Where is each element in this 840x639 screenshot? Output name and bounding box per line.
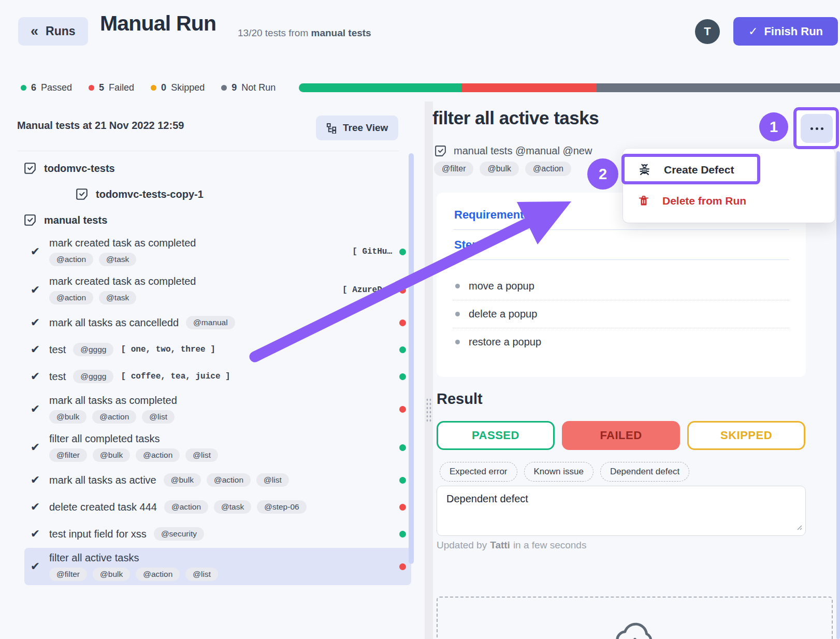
test-tags-inline: @manual bbox=[186, 316, 235, 329]
stat-item: 0Skipped bbox=[151, 82, 205, 93]
resize-corner-icon[interactable] bbox=[795, 523, 802, 532]
checkmark-icon bbox=[28, 527, 42, 541]
back-to-runs-button[interactable]: « Runs bbox=[18, 17, 88, 46]
tag-chip: @task bbox=[99, 291, 136, 304]
annotation-rect-create-defect bbox=[621, 154, 760, 184]
tag-chip: @action bbox=[207, 473, 251, 487]
test-main: filter all active tasks@filter@bulk@acti… bbox=[49, 552, 218, 581]
stat-label: Skipped bbox=[171, 82, 205, 93]
tag-chip: @action bbox=[136, 568, 180, 581]
tag-chip: @list bbox=[142, 410, 175, 424]
tree-row[interactable]: mark all tasks as cancelledd@manual bbox=[24, 310, 411, 336]
test-main: mark created task as completed@action@ta… bbox=[49, 275, 196, 304]
test-tags: @action@task bbox=[49, 253, 196, 266]
tree-row[interactable]: todomvc-tests-copy-1 bbox=[75, 181, 414, 207]
test-tags: @filter@bulk@action@list bbox=[49, 448, 218, 462]
tree-row[interactable]: mark all tasks as active@bulk@action@lis… bbox=[24, 467, 411, 493]
updated-user: Tatti bbox=[490, 540, 510, 551]
passed-button[interactable]: PASSED bbox=[437, 421, 555, 450]
status-dot bbox=[399, 504, 406, 511]
steps-list: move a popupdelete a popuprestore a popu… bbox=[453, 272, 789, 356]
checkmark-icon bbox=[28, 500, 42, 514]
tree-view-button[interactable]: Tree View bbox=[316, 115, 398, 140]
left-scrollbar[interactable] bbox=[409, 153, 414, 564]
more-actions-button[interactable] bbox=[801, 114, 833, 143]
tree-row[interactable]: mark all tasks as completed@bulk@action@… bbox=[24, 390, 411, 428]
divider bbox=[17, 151, 399, 151]
tree-row[interactable]: filter all active tasks@filter@bulk@acti… bbox=[24, 548, 411, 585]
progress-segment bbox=[299, 83, 461, 92]
quick-comment-chip[interactable]: Dependent defect bbox=[600, 462, 689, 482]
tree-row[interactable]: todomvc-tests bbox=[23, 155, 414, 181]
test-tree: todomvc-teststodomvc-tests-copy-1manual … bbox=[0, 155, 414, 586]
quick-comment-chip[interactable]: Known issue bbox=[524, 462, 593, 482]
test-title: filter all active tasks bbox=[49, 552, 139, 564]
attachment-dropzone[interactable] bbox=[437, 597, 833, 639]
bullet-icon bbox=[455, 312, 460, 316]
tree-row[interactable]: mark created task as completed@action@ta… bbox=[24, 233, 411, 270]
integration-label: [ GitHu… bbox=[352, 247, 392, 256]
tree-row[interactable]: test@gggg[ coffee, tea, juice ] bbox=[24, 364, 411, 389]
tree-row[interactable]: filter all completed tasks@filter@bulk@a… bbox=[24, 429, 411, 466]
tree-row[interactable]: mark created task as completed@action@ta… bbox=[24, 271, 411, 309]
checkmark-icon bbox=[28, 245, 42, 258]
tree-row[interactable]: delete created task 444@action@task@step… bbox=[24, 494, 411, 520]
tag-chip: @list bbox=[185, 448, 218, 462]
tree-row[interactable]: test input field for xss@security bbox=[24, 521, 411, 547]
step-item: restore a popup bbox=[453, 328, 789, 356]
status-dot-icon bbox=[221, 85, 227, 91]
skipped-button[interactable]: SKIPPED bbox=[687, 421, 805, 450]
page-title: Manual Run bbox=[100, 11, 216, 36]
progress-segment bbox=[461, 83, 597, 92]
status-dot bbox=[399, 477, 406, 484]
stat-item: 5Failed bbox=[89, 82, 134, 93]
tag-chip: @filter bbox=[434, 162, 473, 176]
test-main: test@gggg[ one, two, three ] bbox=[49, 343, 215, 356]
test-row-right: [ GitHu… bbox=[352, 247, 411, 256]
tag-chip: @filter bbox=[49, 568, 87, 581]
tag-chip: @action bbox=[49, 291, 93, 304]
stat-label: Not Run bbox=[241, 82, 276, 93]
test-main: test input field for xss@security bbox=[49, 527, 204, 541]
suite-icon bbox=[434, 144, 447, 157]
tag-chip: @bulk bbox=[93, 568, 130, 581]
tag-chip: @task bbox=[214, 500, 251, 514]
tag-chip: @action bbox=[49, 253, 93, 266]
annotation-badge-1: 1 bbox=[759, 112, 788, 141]
test-row-right: [ AzureDe… bbox=[342, 285, 411, 295]
updated-line: Updated by Tatti in a few seconds bbox=[437, 540, 586, 551]
check-icon: ✓ bbox=[748, 25, 758, 38]
status-dot bbox=[399, 249, 406, 255]
tag-chip: @filter bbox=[49, 448, 87, 462]
step-text: restore a popup bbox=[469, 336, 541, 348]
run-stats: 6Passed5Failed0Skipped9Not Run bbox=[21, 82, 276, 93]
status-dot bbox=[399, 346, 406, 353]
checkmark-icon bbox=[28, 402, 42, 416]
avatar[interactable]: T bbox=[695, 19, 720, 44]
test-params: [ one, two, three ] bbox=[121, 345, 215, 354]
test-detail-tags: @filter@bulk@action bbox=[434, 162, 571, 176]
status-dot-icon bbox=[89, 85, 94, 91]
panel-resize-handle[interactable] bbox=[426, 398, 432, 424]
quick-comment-chips: Expected errorKnown issueDependent defec… bbox=[440, 462, 689, 482]
panel-divider bbox=[425, 101, 433, 639]
tree-row[interactable]: test@gggg[ one, two, three ] bbox=[24, 337, 411, 362]
back-to-runs-label: Runs bbox=[46, 24, 76, 38]
cloud-upload-icon bbox=[613, 614, 657, 639]
test-list-header: Manual tests at 21 Nov 2022 12:59 bbox=[17, 120, 184, 132]
right-scrollbar[interactable] bbox=[836, 151, 840, 639]
comment-field[interactable]: Dependent defect bbox=[437, 486, 806, 536]
tag-chip: @action bbox=[525, 162, 571, 176]
suite-icon bbox=[75, 187, 89, 201]
test-title: test bbox=[49, 371, 66, 383]
test-title: mark created task as completed bbox=[49, 237, 196, 249]
test-main: mark all tasks as active@bulk@action@lis… bbox=[49, 473, 289, 487]
finish-run-button[interactable]: ✓ Finish Run bbox=[733, 17, 838, 46]
quick-comment-chip[interactable]: Expected error bbox=[440, 462, 517, 482]
delete-from-run-menu-item[interactable]: Delete from Run bbox=[623, 185, 835, 216]
tag-chip: @bulk bbox=[49, 410, 86, 424]
step-text: move a popup bbox=[469, 280, 534, 292]
tree-row[interactable]: manual tests bbox=[23, 207, 414, 233]
failed-button[interactable]: FAILED bbox=[562, 421, 680, 450]
steps-heading[interactable]: Steps bbox=[453, 238, 789, 260]
